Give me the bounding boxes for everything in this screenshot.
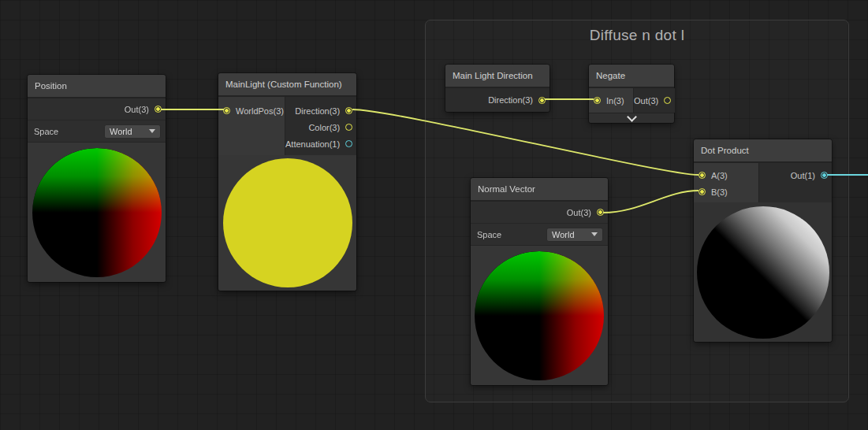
normal-out-port[interactable]: [597, 209, 604, 216]
node-title: Normal Vector: [478, 184, 535, 194]
port-label: Out(3): [567, 208, 591, 217]
port-label: In(3): [606, 96, 624, 106]
node-negate[interactable]: Negate In(3) Out(3): [589, 65, 674, 123]
worldpos-row: WorldPos(3): [218, 102, 285, 119]
dot-product-out-port[interactable]: [821, 172, 828, 179]
mainlight-outputs: Direction(3) Color(3) Attenuation(1): [285, 97, 356, 155]
normal-out-row: Out(3): [471, 202, 608, 224]
dropdown-value: World: [110, 127, 132, 136]
port-label: Out(3): [634, 96, 658, 106]
mainlight-color-port[interactable]: [345, 124, 352, 131]
dot-product-outputs: Out(1): [759, 163, 832, 202]
port-label: Direction(3): [295, 106, 340, 116]
dot-product-preview-sphere: [697, 206, 829, 339]
b-row: B(3): [694, 183, 758, 200]
node-negate-header[interactable]: Negate: [589, 65, 674, 87]
port-label: WorldPos(3): [236, 106, 284, 116]
dot-product-inputs: A(3) B(3): [694, 163, 758, 202]
direction-row: Direction(3): [285, 102, 356, 119]
dropdown-arrow-icon: [149, 129, 155, 133]
negate-in-port[interactable]: [594, 97, 601, 104]
position-out-port[interactable]: [155, 106, 162, 113]
mainlight-direction-port[interactable]: [345, 107, 352, 114]
mainlight-inputs: WorldPos(3): [218, 97, 285, 155]
space-label: Space: [477, 230, 501, 239]
position-preview-sphere: [32, 148, 162, 277]
negate-out-port[interactable]: [664, 97, 671, 104]
negate-in-row: In(3): [589, 88, 633, 113]
node-main-light-direction-header[interactable]: Main Light Direction: [445, 65, 549, 87]
space-label: Space: [34, 127, 58, 136]
normal-space-dropdown[interactable]: World: [546, 228, 603, 242]
position-space-row: Space World: [28, 120, 166, 143]
port-label: Out(3): [125, 105, 149, 114]
node-position-header[interactable]: Position: [28, 75, 166, 97]
dropdown-value: World: [552, 230, 575, 239]
port-label: Attenuation(1): [285, 139, 340, 149]
node-position[interactable]: Position Out(3) Space World: [28, 75, 166, 282]
normal-preview-sphere: [475, 251, 604, 380]
normal-space-row: Space World: [471, 224, 608, 246]
node-title: Negate: [596, 71, 625, 80]
negate-body: In(3) Out(3): [589, 88, 674, 113]
negate-preview-expander[interactable]: [589, 113, 674, 123]
dot-product-a-port[interactable]: [698, 172, 706, 179]
chevron-down-icon: [627, 112, 637, 122]
node-dot-product[interactable]: Dot Product A(3) B(3) Out(1): [694, 139, 832, 342]
node-title: Main Light Direction: [453, 71, 533, 80]
dot-product-b-port[interactable]: [698, 188, 706, 195]
port-label: A(3): [711, 171, 728, 180]
port-label: Direction(3): [488, 95, 533, 105]
dot-product-preview: [694, 202, 832, 342]
port-label: Out(1): [791, 171, 815, 180]
position-out-row: Out(3): [28, 98, 166, 120]
node-mainlight[interactable]: MainLight (Custom Function) WorldPos(3) …: [218, 73, 356, 291]
attenuation-row: Attenuation(1): [285, 135, 356, 152]
node-normal-vector-header[interactable]: Normal Vector: [471, 178, 608, 200]
color-row: Color(3): [285, 119, 356, 135]
negate-out-row: Out(3): [634, 88, 675, 113]
node-title: Dot Product: [701, 146, 749, 155]
group-title[interactable]: Diffuse n dot l: [426, 27, 848, 44]
mld-direction-port[interactable]: [538, 97, 546, 104]
mainlight-preview-sphere: [223, 158, 352, 287]
mld-direction-row: Direction(3): [445, 88, 549, 112]
normal-preview: [471, 246, 608, 385]
node-dot-product-header[interactable]: Dot Product: [694, 139, 832, 161]
mainlight-worldpos-port[interactable]: [223, 107, 230, 114]
mainlight-attenuation-port[interactable]: [345, 140, 352, 147]
position-space-dropdown[interactable]: World: [104, 124, 161, 139]
node-main-light-direction[interactable]: Main Light Direction Direction(3): [445, 65, 549, 112]
dropdown-arrow-icon: [591, 232, 598, 236]
mainlight-body: WorldPos(3) Direction(3) Color(3) Attenu…: [218, 97, 356, 155]
dot-product-body: A(3) B(3) Out(1): [694, 163, 832, 202]
node-mainlight-header[interactable]: MainLight (Custom Function): [218, 73, 356, 95]
node-title: Position: [35, 81, 67, 91]
position-preview: [28, 143, 166, 282]
node-title: MainLight (Custom Function): [225, 80, 342, 89]
port-label: B(3): [711, 187, 728, 197]
a-row: A(3): [694, 167, 758, 183]
out-row: Out(1): [759, 167, 832, 183]
port-label: Color(3): [308, 123, 340, 132]
node-normal-vector[interactable]: Normal Vector Out(3) Space World: [471, 178, 608, 385]
shader-graph-canvas[interactable]: Diffuse n dot l Position Out(3) Space Wo…: [0, 0, 868, 430]
mainlight-preview: [218, 155, 356, 291]
